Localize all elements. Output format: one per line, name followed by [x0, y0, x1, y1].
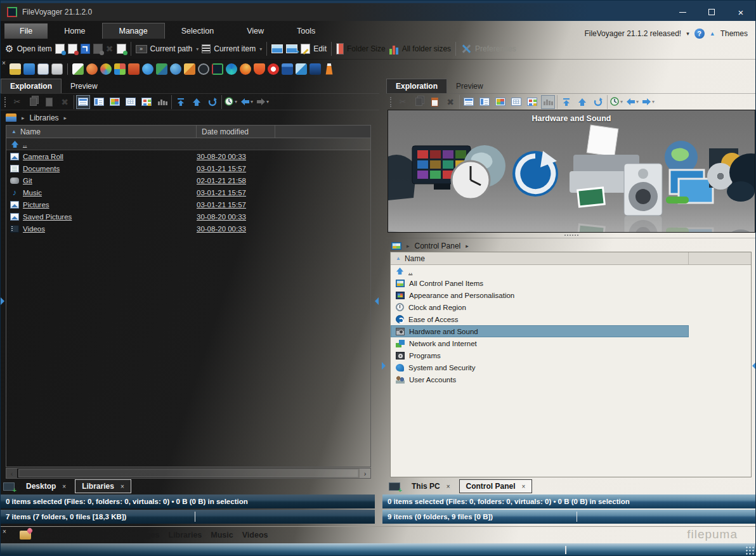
view-columns-button[interactable] — [124, 95, 138, 109]
favorites-folder-icon[interactable] — [20, 531, 31, 540]
table-row[interactable]: Programs — [391, 349, 751, 361]
quickbar-close-icon[interactable]: × — [2, 60, 6, 67]
table-row-up[interactable]: .. — [391, 265, 751, 277]
back-dropdown-icon[interactable]: ▾ — [636, 99, 639, 105]
left-splitter-collapse-icon[interactable] — [375, 297, 379, 305]
refresh-button[interactable] — [205, 95, 219, 109]
breadcrumb-control-panel[interactable]: Control Panel — [415, 242, 461, 250]
app-windows-icon[interactable] — [114, 63, 126, 75]
new-item-icon[interactable] — [117, 44, 126, 54]
app-vlc-icon[interactable] — [323, 63, 335, 75]
history-dropdown-icon[interactable]: ▾ — [235, 99, 237, 105]
open-with-icon[interactable] — [55, 44, 65, 54]
history-dropdown-icon[interactable]: ▾ — [620, 99, 623, 105]
table-row[interactable]: Network and Internet — [391, 337, 751, 349]
app-display-icon[interactable] — [23, 63, 35, 75]
refresh-button[interactable] — [591, 95, 605, 109]
tab-libraries[interactable]: Libraries× — [75, 479, 131, 493]
current-item-dropdown-icon[interactable]: ▾ — [259, 46, 262, 52]
table-row[interactable]: All Control Panel Items — [391, 277, 751, 289]
app-filevoyager-icon[interactable] — [212, 63, 223, 75]
table-row[interactable]: Appearance and Personalisation — [391, 289, 751, 301]
app-mail-icon[interactable] — [51, 63, 63, 75]
view-chart-button[interactable] — [541, 95, 555, 109]
file-name-link[interactable]: Documents — [23, 165, 197, 172]
column-header-empty[interactable] — [275, 126, 370, 138]
go-up-button[interactable] — [575, 95, 589, 109]
new-tab-icon[interactable] — [389, 482, 400, 491]
copy-button[interactable] — [26, 95, 40, 109]
open-image-icon[interactable] — [286, 44, 297, 53]
file-name-link[interactable]: Git — [23, 177, 197, 184]
table-row[interactable]: Saved Pictures 30-08-20 00:33 — [6, 210, 370, 223]
table-row[interactable]: Ease of Access — [391, 313, 751, 325]
close-tab-icon[interactable]: × — [62, 483, 66, 490]
table-row-selected[interactable]: Hardware and Sound — [391, 325, 751, 337]
item-label[interactable]: Network and Internet — [409, 340, 477, 347]
right-tab-preview[interactable]: Preview — [447, 79, 492, 93]
app-notepad-icon[interactable] — [72, 63, 84, 75]
app-calculator-icon[interactable] — [282, 63, 293, 75]
table-row[interactable]: Clock and Region — [391, 301, 751, 313]
app-movies-icon[interactable] — [310, 63, 321, 75]
view-tiles-button[interactable] — [140, 95, 153, 109]
app-globe-icon[interactable] — [170, 63, 181, 75]
item-label[interactable]: Clock and Region — [408, 304, 466, 311]
column-header-name[interactable]: ▲Name — [6, 126, 197, 138]
open-item-button[interactable]: Open item — [16, 44, 51, 53]
view-icons-button[interactable] — [493, 95, 507, 109]
file-name-link[interactable]: Music — [23, 189, 197, 197]
app-zip-icon[interactable] — [10, 63, 21, 75]
favorite-desktop[interactable]: Desktop — [40, 531, 71, 540]
tab-manage[interactable]: Manage — [102, 23, 165, 39]
app-palette-icon[interactable] — [100, 63, 112, 75]
app-firefox-icon[interactable] — [240, 63, 251, 75]
app-obs-icon[interactable] — [198, 63, 209, 75]
item-label[interactable]: System and Security — [408, 364, 475, 372]
tab-tools[interactable]: Tools — [280, 23, 332, 39]
back-button[interactable]: ▾ — [625, 95, 639, 109]
scrollbar-thumb[interactable] — [18, 469, 358, 477]
toolbar-grip[interactable] — [4, 97, 6, 107]
preferences-button[interactable]: Preferences — [475, 44, 516, 53]
resize-grip[interactable] — [745, 546, 754, 555]
tab-control-panel[interactable]: Control Panel× — [459, 479, 533, 493]
file-date-link[interactable]: 30-08-20 00:33 — [197, 153, 275, 160]
current-path-dropdown-icon[interactable]: ▾ — [196, 46, 199, 52]
release-dropdown-icon[interactable]: ▾ — [686, 30, 689, 37]
table-row[interactable]: Camera Roll 30-08-20 00:33 — [6, 150, 370, 162]
maximize-button[interactable] — [697, 3, 726, 21]
left-splitter-expand-icon[interactable] — [1, 297, 4, 305]
help-icon[interactable]: ? — [694, 29, 705, 39]
minimize-button[interactable] — [668, 3, 697, 21]
table-row[interactable]: System and Security — [391, 361, 751, 373]
forward-button[interactable]: ▾ — [256, 95, 270, 109]
close-tab-icon[interactable]: × — [121, 483, 124, 490]
view-columns-button[interactable] — [509, 95, 523, 109]
paste-button[interactable] — [42, 95, 56, 109]
all-folder-sizes-button[interactable]: All folder sizes — [402, 44, 451, 53]
column-header-date-modified[interactable]: Date modified — [197, 126, 275, 138]
app-edge-icon[interactable] — [226, 63, 237, 75]
item-label[interactable]: Ease of Access — [408, 316, 459, 323]
table-row[interactable]: Git 02-01-21 21:58 — [6, 174, 370, 186]
open-external-icon[interactable] — [81, 44, 90, 54]
left-tab-preview[interactable]: Preview — [62, 79, 107, 93]
view-tiles-button[interactable] — [525, 95, 539, 109]
scroll-left-arrow[interactable]: ‹ — [6, 469, 17, 478]
left-horizontal-scrollbar[interactable]: ‹ › — [6, 468, 371, 479]
file-name-link[interactable]: Saved Pictures — [23, 213, 197, 221]
paste-button[interactable] — [427, 95, 441, 109]
history-button[interactable]: ▾ — [224, 95, 238, 109]
view-list-button[interactable] — [92, 95, 106, 109]
go-top-button[interactable] — [559, 95, 573, 109]
item-label[interactable]: Appearance and Personalisation — [409, 292, 514, 299]
favorite-music[interactable]: Music — [211, 531, 233, 540]
view-details-button[interactable] — [76, 95, 90, 109]
delete-button[interactable]: ✖ — [443, 95, 457, 109]
file-date-link[interactable]: 03-01-21 15:57 — [197, 189, 275, 197]
chevron-icon[interactable]: ▸ — [466, 243, 469, 249]
file-name-link[interactable]: Pictures — [23, 201, 197, 209]
tab-view[interactable]: View — [230, 23, 280, 39]
table-row[interactable]: ♪ Music 03-01-21 15:57 — [6, 186, 370, 198]
